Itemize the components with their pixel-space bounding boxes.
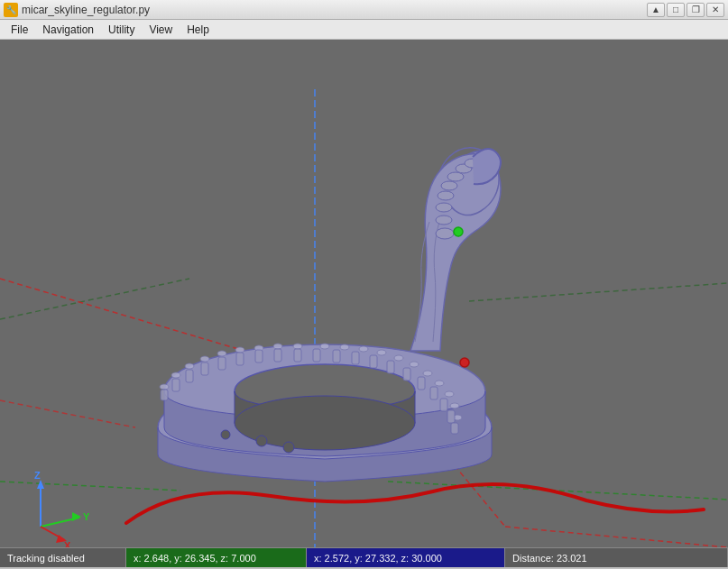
svg-rect-48 xyxy=(387,361,394,373)
svg-point-62 xyxy=(441,181,457,190)
close-button[interactable]: ✕ xyxy=(706,3,724,17)
svg-point-30 xyxy=(423,371,432,376)
minimize-button[interactable]: ▲ xyxy=(647,3,665,17)
tracking-status: Tracking disabled xyxy=(0,548,126,567)
svg-text:X: X xyxy=(64,540,71,547)
svg-point-27 xyxy=(377,350,386,355)
svg-rect-51 xyxy=(430,387,438,399)
menu-help[interactable]: Help xyxy=(180,22,217,38)
svg-point-58 xyxy=(436,228,454,239)
svg-point-63 xyxy=(447,172,464,181)
menu-view[interactable]: View xyxy=(142,22,180,38)
svg-rect-39 xyxy=(218,357,226,370)
svg-point-20 xyxy=(235,347,244,353)
coords1-status: x: 2.648, y: 26.345, z: 7.000 xyxy=(126,548,307,567)
svg-rect-35 xyxy=(161,390,168,400)
svg-point-17 xyxy=(185,363,194,369)
viewport[interactable]: Z Y X xyxy=(0,40,728,547)
svg-point-28 xyxy=(394,355,403,361)
svg-point-29 xyxy=(410,362,419,367)
svg-rect-47 xyxy=(370,355,377,368)
svg-point-57 xyxy=(221,430,230,439)
maximize-button[interactable]: □ xyxy=(667,3,685,17)
svg-point-68 xyxy=(460,358,469,367)
svg-point-26 xyxy=(359,346,368,352)
svg-rect-40 xyxy=(236,353,244,365)
svg-rect-50 xyxy=(418,377,425,390)
app-icon: 🔧 xyxy=(4,3,18,17)
svg-point-25 xyxy=(340,344,349,350)
title-text: micar_skyline_regulator.py xyxy=(22,4,150,16)
svg-point-31 xyxy=(435,381,444,386)
title-bar: 🔧 micar_skyline_regulator.py ▲ □ ❐ ✕ xyxy=(0,0,728,20)
svg-point-60 xyxy=(436,203,452,212)
svg-rect-46 xyxy=(352,352,359,364)
title-bar-controls: ▲ □ ❐ ✕ xyxy=(647,3,724,17)
svg-rect-38 xyxy=(201,363,208,375)
menu-file[interactable]: File xyxy=(4,22,35,38)
svg-point-56 xyxy=(283,442,294,453)
svg-rect-37 xyxy=(186,370,193,382)
title-bar-left: 🔧 micar_skyline_regulator.py xyxy=(4,3,150,17)
distance-status: Distance: 23.021 xyxy=(505,548,728,567)
restore-button[interactable]: ❐ xyxy=(687,3,705,17)
svg-point-67 xyxy=(454,227,463,236)
menu-navigation[interactable]: Navigation xyxy=(35,22,101,38)
svg-rect-54 xyxy=(451,423,458,434)
svg-point-22 xyxy=(273,344,282,349)
svg-rect-43 xyxy=(294,349,301,362)
svg-rect-36 xyxy=(172,379,180,391)
status-bar: Tracking disabled x: 2.648, y: 26.345, z… xyxy=(0,547,728,567)
svg-rect-44 xyxy=(313,349,320,362)
svg-point-59 xyxy=(436,216,452,225)
svg-point-15 xyxy=(160,384,169,390)
svg-point-23 xyxy=(293,344,302,349)
svg-text:Z: Z xyxy=(34,470,41,481)
svg-point-55 xyxy=(256,436,267,446)
svg-rect-49 xyxy=(403,368,410,381)
svg-rect-53 xyxy=(447,410,455,423)
svg-rect-45 xyxy=(333,350,340,363)
menu-bar: File Navigation Utility View Help xyxy=(0,20,728,40)
menu-utility[interactable]: Utility xyxy=(101,22,142,38)
svg-text:Y: Y xyxy=(83,511,90,522)
svg-rect-41 xyxy=(255,350,263,363)
svg-rect-42 xyxy=(274,349,281,362)
svg-point-19 xyxy=(217,351,226,356)
coords2-status: x: 2.572, y: 27.332, z: 30.000 xyxy=(307,548,505,567)
svg-point-24 xyxy=(320,344,329,349)
svg-point-32 xyxy=(445,391,454,397)
svg-point-61 xyxy=(438,191,454,200)
svg-point-33 xyxy=(450,403,459,408)
svg-point-18 xyxy=(200,356,209,362)
model-viewport-svg: Z Y X xyxy=(0,40,728,547)
svg-point-16 xyxy=(171,372,180,378)
svg-rect-52 xyxy=(440,399,447,411)
